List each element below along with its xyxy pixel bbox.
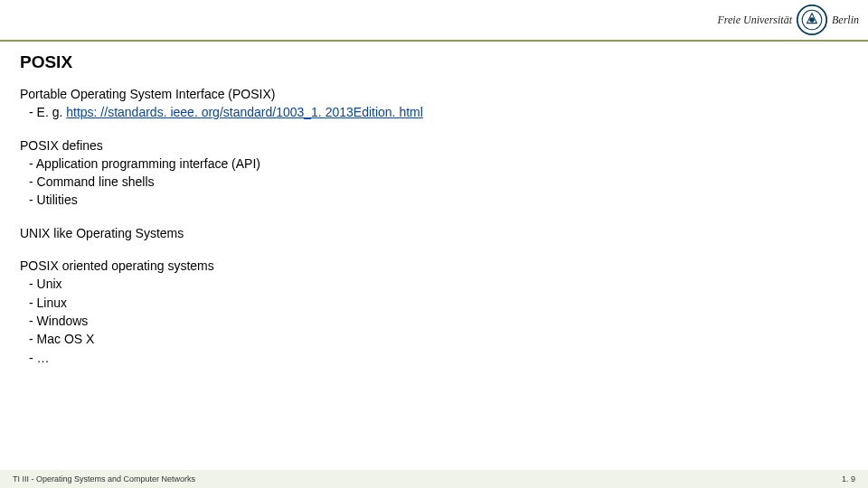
university-seal-icon: [796, 4, 828, 36]
eg-prefix: - E. g.: [29, 105, 66, 119]
standards-link[interactable]: https: //standards. ieee. org/standard/1…: [66, 105, 423, 119]
footer: TI III - Operating Systems and Computer …: [0, 470, 868, 488]
list-item: - Utilities: [20, 191, 848, 209]
logo-text-left: Freie Universität: [717, 14, 792, 27]
list-item: - Mac OS X: [20, 330, 848, 348]
list-item: - Windows: [20, 312, 848, 330]
footer-page-number: 1. 9: [842, 474, 855, 483]
university-logo: Freie Universität Berlin: [717, 0, 859, 40]
logo-text-right: Berlin: [832, 14, 859, 27]
intro-example: - E. g. https: //standards. ieee. org/st…: [20, 103, 848, 121]
list-item: - Linux: [20, 294, 848, 312]
paragraph-defines: POSIX defines - Application programming …: [20, 136, 848, 210]
svg-point-2: [809, 17, 814, 22]
slide-content: POSIX Portable Operating System Interfac…: [0, 42, 868, 367]
footer-left: TI III - Operating Systems and Computer …: [13, 474, 195, 483]
list-item: - Command line shells: [20, 173, 848, 191]
unixlike-lead: UNIX like Operating Systems: [20, 224, 848, 242]
header: Freie Universität Berlin: [0, 0, 868, 42]
paragraph-intro: Portable Operating System Interface (POS…: [20, 85, 848, 122]
list-item: - Application programming interface (API…: [20, 155, 848, 173]
paragraph-oriented: POSIX oriented operating systems - Unix …: [20, 257, 848, 367]
paragraph-unixlike: UNIX like Operating Systems: [20, 224, 848, 242]
list-item: - …: [20, 349, 848, 367]
slide-body: Portable Operating System Interface (POS…: [20, 85, 848, 367]
list-item: - Unix: [20, 275, 848, 293]
oriented-lead: POSIX oriented operating systems: [20, 257, 848, 275]
defines-lead: POSIX defines: [20, 136, 848, 155]
intro-lead: Portable Operating System Interface (POS…: [20, 85, 848, 103]
slide-title: POSIX: [20, 52, 848, 72]
